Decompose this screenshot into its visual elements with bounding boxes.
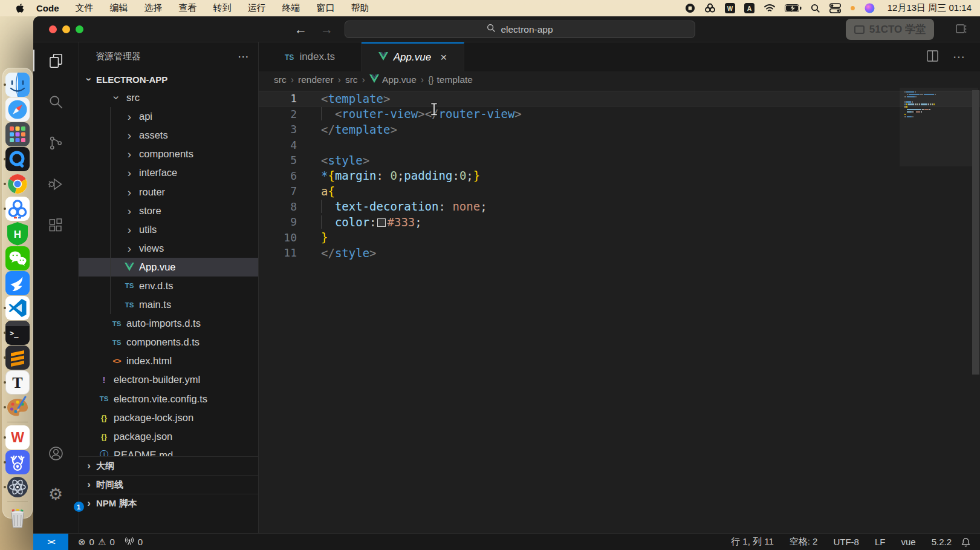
tree-item-views[interactable]: ›views: [79, 239, 258, 258]
run-debug-icon[interactable]: [33, 169, 79, 198]
menu-item-8[interactable]: 窗口: [317, 2, 335, 14]
dock-item-wps-office[interactable]: W: [5, 425, 30, 450]
dock-item-paint-palette[interactable]: [5, 394, 30, 419]
dock-item-terminal[interactable]: >_: [5, 320, 30, 345]
source-control-icon[interactable]: [33, 128, 79, 157]
tree-item-package.json[interactable]: {}package.json: [79, 427, 258, 446]
tree-item-utils[interactable]: ›utils: [79, 220, 258, 239]
screen-record-icon[interactable]: [685, 3, 695, 13]
forward-icon[interactable]: →: [320, 22, 333, 37]
tree-item-index.html[interactable]: <>index.html: [79, 352, 258, 370]
dock-item-finder[interactable]: [5, 72, 30, 97]
tree-item-App.vue[interactable]: App.vue: [79, 258, 258, 277]
notifications-bell-icon[interactable]: [961, 537, 970, 547]
tree-item-components[interactable]: ›components: [79, 145, 258, 163]
tree-item-main.ts[interactable]: TSmain.ts: [79, 295, 258, 314]
code-line-3[interactable]: 3</template>: [259, 122, 980, 137]
spotlight-search-icon[interactable]: [811, 4, 820, 13]
tree-item-api[interactable]: ›api: [79, 107, 258, 126]
menu-item-9[interactable]: 帮助: [351, 2, 369, 14]
siri-icon[interactable]: [865, 3, 875, 13]
code-line-7[interactable]: 7a{: [259, 183, 980, 199]
tree-item-store[interactable]: ›store: [79, 201, 258, 220]
customize-layout-icon[interactable]: [956, 24, 967, 36]
explorer-icon[interactable]: [33, 46, 79, 75]
tree-item-package-lock.json[interactable]: {}package-lock.json: [79, 408, 258, 427]
menu-item-7[interactable]: 终端: [282, 2, 300, 14]
status-item-3[interactable]: LF: [875, 537, 886, 547]
scrollbar-thumb[interactable]: [972, 90, 979, 375]
code-line-10[interactable]: 10}: [259, 230, 980, 246]
search-sidebar-icon[interactable]: [33, 87, 79, 116]
status-item-2[interactable]: UTF-8: [833, 537, 859, 547]
ports-indicator[interactable]: 0: [125, 537, 143, 548]
code-line-11[interactable]: 11</style>: [259, 245, 980, 261]
close-tab-icon[interactable]: ×: [440, 51, 447, 64]
dock-item-hbuilderx[interactable]: H: [5, 221, 30, 246]
minimize-window-button[interactable]: [62, 25, 70, 33]
dock-item-wechat[interactable]: [5, 246, 30, 270]
remote-indicator[interactable]: ><: [33, 534, 68, 550]
code-line-1[interactable]: 1<template>: [259, 91, 980, 106]
code-line-9[interactable]: 9 color:#333;: [259, 214, 980, 230]
breadcrumb-item-src[interactable]: src: [274, 74, 287, 85]
zoom-window-button[interactable]: [76, 25, 83, 33]
dock-item-atom-app[interactable]: [5, 474, 30, 499]
sidebar-section-2[interactable]: ›NPM 脚本: [79, 494, 258, 512]
tree-item-components.d.ts[interactable]: TScomponents.d.ts: [79, 333, 258, 352]
status-item-1[interactable]: 空格: 2: [790, 536, 818, 548]
tab-index.ts[interactable]: TSindex.ts: [259, 42, 362, 71]
code-line-4[interactable]: 4: [259, 137, 980, 153]
menu-item-1[interactable]: 文件: [76, 2, 94, 14]
tree-item-README.md[interactable]: ⓘREADME.md: [79, 446, 258, 456]
sidebar-section-0[interactable]: ›大纲: [79, 456, 258, 475]
project-root-row[interactable]: › ELECTRON-APP: [79, 70, 258, 88]
problems-indicator[interactable]: ⊗ 0 ⚠ 0: [78, 537, 115, 548]
tree-item-assets[interactable]: ›assets: [79, 126, 258, 145]
breadcrumb-item-App.vue[interactable]: App.vue: [369, 74, 417, 85]
code-line-2[interactable]: 2 <router-view></router-view>: [259, 106, 980, 122]
sidebar-section-1[interactable]: ›时间线: [79, 475, 258, 494]
dock-item-browser-360[interactable]: [5, 196, 30, 221]
input-source-a-icon[interactable]: A: [744, 3, 754, 13]
menu-item-3[interactable]: 选择: [144, 2, 163, 14]
dock-item-sublime-text[interactable]: [5, 345, 30, 370]
battery-charging-icon[interactable]: [785, 4, 802, 12]
dock-item-chrome[interactable]: [5, 171, 30, 196]
settings-gear-icon[interactable]: ⚙ 1: [33, 480, 79, 509]
recording-dot-icon[interactable]: [850, 5, 855, 11]
code-editor[interactable]: 1<template>2 <router-view></router-view>…: [259, 88, 980, 533]
apple-logo-icon[interactable]: [16, 3, 24, 13]
code-line-5[interactable]: 5<style>: [259, 152, 980, 168]
color-swatch[interactable]: [377, 218, 386, 227]
tree-item-router[interactable]: ›router: [79, 182, 258, 201]
tree-item-auto-imports.d.ts[interactable]: TSauto-imports.d.ts: [79, 314, 258, 333]
breadcrumb-item-renderer[interactable]: renderer: [298, 74, 334, 85]
status-item-4[interactable]: vue: [901, 537, 915, 547]
editor-more-actions-icon[interactable]: ⋯: [953, 50, 965, 64]
tree-item-electron.vite.config.ts[interactable]: TSelectron.vite.config.ts: [79, 390, 258, 408]
menu-item-6[interactable]: 运行: [248, 2, 266, 14]
close-window-button[interactable]: [49, 25, 57, 33]
breadcrumb-item-template[interactable]: {}template: [428, 74, 473, 85]
account-icon[interactable]: [33, 439, 79, 468]
control-center-icon[interactable]: [829, 3, 841, 13]
menu-item-2[interactable]: 编辑: [110, 2, 128, 14]
tree-item-src[interactable]: ›src: [79, 88, 258, 107]
menu-item-5[interactable]: 转到: [213, 2, 232, 14]
dock-item-text-editor[interactable]: T: [5, 370, 30, 394]
extensions-icon[interactable]: [33, 211, 79, 240]
status-item-0[interactable]: 行 1, 列 11: [731, 536, 774, 548]
tab-App.vue[interactable]: App.vue×: [362, 42, 464, 71]
menubar-clock[interactable]: 12月13日 周三 01:14: [888, 2, 972, 14]
back-icon[interactable]: ←: [294, 22, 307, 37]
breadcrumb-item-src[interactable]: src: [345, 74, 358, 85]
editor-scrollbar[interactable]: [972, 88, 980, 533]
wifi-icon[interactable]: [764, 4, 776, 13]
dock-item-quicktime[interactable]: [5, 146, 30, 171]
dock-item-dingtalk[interactable]: [5, 270, 30, 295]
tree-item-interface[interactable]: ›interface: [79, 163, 258, 182]
tree-item-env.d.ts[interactable]: TSenv.d.ts: [79, 277, 258, 295]
minimap[interactable]: [904, 91, 972, 119]
command-center-search[interactable]: electron-app: [345, 21, 695, 38]
